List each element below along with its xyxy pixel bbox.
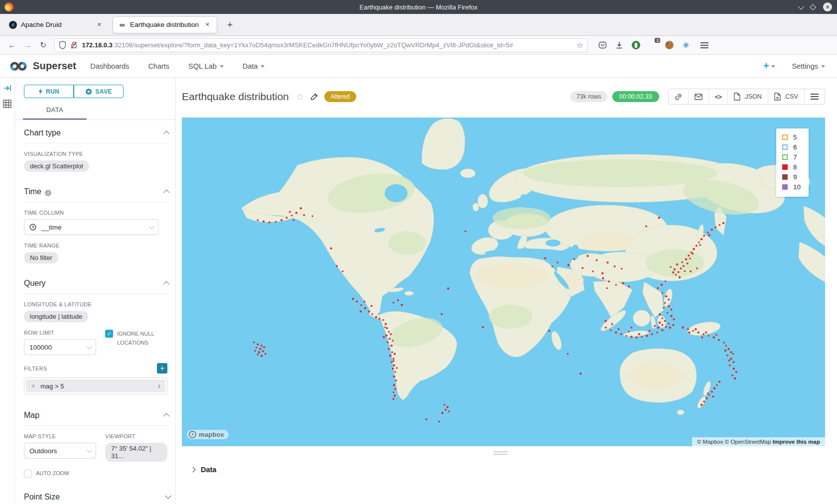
nav-charts[interactable]: Charts xyxy=(148,62,169,70)
section-point-size[interactable]: Point Size xyxy=(24,484,169,504)
tab-data[interactable]: DATA xyxy=(23,106,87,120)
pane-drag-handle[interactable] xyxy=(494,451,508,455)
lock-disabled-icon[interactable] xyxy=(70,41,78,49)
chevron-right-icon xyxy=(190,467,195,472)
window-close-icon[interactable]: ✕ xyxy=(823,2,832,11)
row-count-badge: 73k rows xyxy=(570,91,607,102)
section-query[interactable]: Query xyxy=(24,270,169,294)
tab-apache-druid[interactable]: d Apache Druid ✕ xyxy=(4,16,109,33)
chart-title: Earthquake distribution xyxy=(182,91,289,103)
legend-item[interactable]: 9 xyxy=(782,173,801,181)
legend-item[interactable]: 10 xyxy=(782,183,801,191)
legend-item[interactable]: 5 xyxy=(782,133,801,141)
legend-item[interactable]: 6 xyxy=(782,143,801,151)
download-icon[interactable] xyxy=(615,41,623,49)
map-style-select[interactable]: Outdoors xyxy=(24,443,96,459)
ublock-icon[interactable]: 2 xyxy=(649,41,657,49)
ublock-badge: 2 xyxy=(655,38,660,43)
nav-sql-lab[interactable]: SQL Lab xyxy=(188,62,224,70)
email-button[interactable] xyxy=(689,89,709,104)
export-csv-button[interactable]: .CSV xyxy=(768,89,805,104)
add-filter-button[interactable]: + xyxy=(157,363,167,374)
legend-swatch-icon xyxy=(782,144,788,150)
chevron-down-icon xyxy=(149,224,154,229)
expand-dataset-panel-icon[interactable] xyxy=(3,85,11,92)
asterisk-extension-icon[interactable]: ✳ xyxy=(682,40,689,50)
legend-swatch-icon xyxy=(782,164,788,170)
attribution-mapbox[interactable]: © Mapbox xyxy=(697,439,723,445)
chevron-down-icon xyxy=(165,493,171,499)
checkbox-unchecked-icon[interactable] xyxy=(24,470,32,478)
filter-item[interactable]: ✕ mag > 5 › xyxy=(26,379,165,392)
section-chart-type[interactable]: Chart type xyxy=(24,120,169,143)
chevron-down-icon xyxy=(771,65,775,68)
new-tab-button[interactable]: + xyxy=(224,19,236,30)
copy-link-button[interactable] xyxy=(669,89,689,104)
shield-icon[interactable] xyxy=(59,41,66,49)
lonlat-value[interactable]: longitude | latitude xyxy=(24,311,88,322)
new-item-button[interactable]: + xyxy=(763,60,775,72)
back-button[interactable]: ← xyxy=(8,41,16,50)
legend-swatch-icon xyxy=(782,134,788,140)
dataset-grid-icon[interactable] xyxy=(3,100,11,108)
data-panel-toggle[interactable]: Data xyxy=(191,466,825,474)
tab-close-icon[interactable]: ✕ xyxy=(203,20,212,29)
reload-button[interactable]: ↻ xyxy=(40,40,46,50)
time-column-select[interactable]: __time xyxy=(24,219,158,235)
envelope-icon xyxy=(695,94,702,100)
tab-close-icon[interactable]: ✕ xyxy=(95,20,104,29)
cookie-extension-icon[interactable] xyxy=(665,41,674,49)
settings-menu[interactable]: Settings xyxy=(792,62,825,70)
legend-item[interactable]: 7 xyxy=(782,153,801,161)
url-bar[interactable]: 172.18.0.3:32108/superset/explore/?form_… xyxy=(54,38,587,52)
embed-code-button[interactable]: <> xyxy=(709,89,728,104)
attribution-osm[interactable]: © OpenStreetMap xyxy=(725,439,771,445)
pocket-icon[interactable] xyxy=(598,41,607,49)
auto-zoom-checkbox-row[interactable]: AUTO ZOOM xyxy=(24,469,167,478)
url-text[interactable]: 172.18.0.3:32108/superset/explore/?form_… xyxy=(82,41,573,49)
file-csv-icon xyxy=(774,93,781,101)
deckgl-map[interactable]: 5678910 ✦ mapbox © Mapbox © OpenStreetMa… xyxy=(182,118,825,446)
privacy-badger-icon[interactable] xyxy=(632,41,640,49)
export-json-button[interactable]: .JSON xyxy=(728,89,768,104)
map-legend[interactable]: 5678910 xyxy=(776,128,809,197)
query-timer-badge: 00:00:02.33 xyxy=(612,91,659,102)
viewport-value[interactable]: 7° 35' 54.02" | 31... xyxy=(105,443,167,462)
code-icon: <> xyxy=(715,93,721,101)
superset-brand[interactable]: Superset xyxy=(8,60,76,72)
nav-data[interactable]: Data xyxy=(243,62,265,70)
run-button[interactable]: RUN xyxy=(24,85,74,98)
druid-favicon-icon: d xyxy=(9,21,17,29)
edit-properties-icon[interactable] xyxy=(310,93,318,101)
checkbox-checked-icon[interactable]: ✓ xyxy=(105,330,113,338)
chevron-right-icon[interactable]: › xyxy=(153,381,165,390)
section-map[interactable]: Map xyxy=(24,402,169,426)
time-range-value[interactable]: No filter xyxy=(24,252,58,263)
viz-type-value[interactable]: deck.gl Scatterplot xyxy=(24,160,89,172)
world-map[interactable] xyxy=(182,118,825,446)
section-time[interactable]: Timei xyxy=(24,179,169,202)
save-button[interactable]: SAVE xyxy=(74,85,124,98)
control-panel: RUN SAVE DATA Chart type VISUALIZATION T… xyxy=(15,78,176,504)
altered-badge[interactable]: Altered xyxy=(324,91,356,102)
mapbox-logo[interactable]: ✦ mapbox xyxy=(187,430,229,439)
nav-dashboards[interactable]: Dashboards xyxy=(90,62,129,70)
attribution-improve-link[interactable]: Improve this map xyxy=(773,439,820,445)
ignore-null-checkbox-row[interactable]: ✓ IGNORE NULL LOCATIONS xyxy=(105,330,167,347)
legend-swatch-icon xyxy=(782,184,788,190)
window-minimize-icon[interactable] xyxy=(798,3,805,9)
chevron-up-icon xyxy=(163,189,170,196)
legend-item[interactable]: 8 xyxy=(782,163,801,171)
favorite-star-icon[interactable]: ☆ xyxy=(296,91,304,103)
forward-button[interactable]: → xyxy=(24,41,32,50)
remove-filter-icon[interactable]: ✕ xyxy=(26,383,40,389)
row-limit-select[interactable]: 100000 xyxy=(24,339,96,355)
window-maximize-icon[interactable] xyxy=(810,4,816,10)
tab-earthquake-distribution[interactable]: ∞ Earthquake distribution ✕ xyxy=(113,16,217,33)
chevron-down-icon xyxy=(261,65,265,68)
browser-menu-icon[interactable] xyxy=(700,42,708,43)
panel-tabs: DATA xyxy=(15,105,175,120)
chart-menu-button[interactable] xyxy=(805,89,825,104)
bookmark-star-icon[interactable]: ☆ xyxy=(576,41,583,50)
lightning-icon xyxy=(38,88,43,95)
